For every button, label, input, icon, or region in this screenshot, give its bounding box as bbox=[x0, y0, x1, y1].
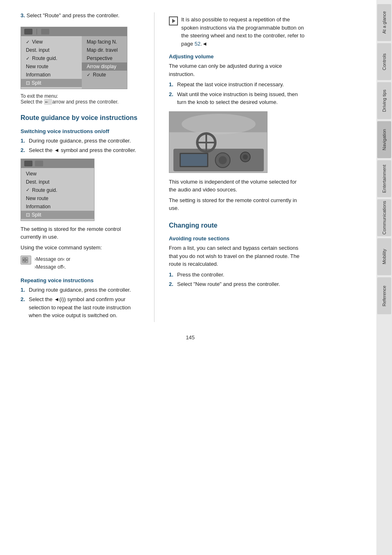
sidebar-tab-label-entertainment: Entertainment bbox=[382, 165, 387, 193]
menu-item-dest: Dest. input bbox=[21, 46, 82, 54]
sidebar-tab-mobility[interactable]: Mobility bbox=[377, 238, 391, 275]
avoiding-route-desc: From a list, you can select and bypass c… bbox=[169, 244, 304, 268]
adj-volume-text: The volume can only be adjusted during a… bbox=[169, 62, 304, 78]
m2-dest: Dest. input bbox=[21, 178, 94, 186]
exit-menu-text: To exit the menu: Select the ← arrow and… bbox=[21, 93, 140, 105]
sidebar-tab-label-mobility: Mobility bbox=[382, 249, 387, 264]
menu-header-mute bbox=[35, 161, 43, 166]
sidebar-right: At a glance Controls Driving tips Naviga… bbox=[376, 0, 392, 555]
voice-icon-svg bbox=[22, 257, 30, 263]
back-arrow-symbol: ← bbox=[44, 99, 52, 105]
m2-information: Information bbox=[21, 203, 94, 211]
svg-rect-3 bbox=[26, 259, 27, 261]
menu-header-2 bbox=[21, 159, 94, 168]
menu-right-1: Map facing N. Map dir. travel Perspectiv… bbox=[82, 36, 127, 89]
menu-right-map-dir: Map dir. travel bbox=[82, 46, 127, 54]
sidebar-tab-entertainment[interactable]: Entertainment bbox=[377, 160, 391, 197]
car-note1: This volume is independent of the volume… bbox=[169, 178, 304, 194]
sidebar-tab-label-at-a-glance: At a glance bbox=[382, 11, 387, 34]
svg-rect-1 bbox=[23, 259, 24, 261]
menu-right-arrow-display: Arrow display bbox=[82, 62, 127, 71]
sub2-steps-list: 1. During route guidance, press the cont… bbox=[21, 286, 140, 320]
sidebar-tab-label-communications: Communications bbox=[382, 201, 387, 235]
play-note-text: It is also possible to request a repetit… bbox=[181, 16, 304, 48]
voice-cmd-box: ›Message on‹ or ›Message off‹. bbox=[21, 256, 140, 271]
sub1-step-2: 2. Select the ◄ symbol and press the con… bbox=[21, 146, 140, 154]
sub2-heading: Repeating voice instructions bbox=[21, 277, 140, 283]
sidebar-tab-navigation[interactable]: Navigation bbox=[377, 121, 391, 158]
step-3-text: Select "Route" and press the controller. bbox=[26, 12, 119, 18]
svg-point-6 bbox=[182, 114, 256, 134]
play-icon-box bbox=[169, 16, 178, 25]
sidebar-tab-label-controls: Controls bbox=[382, 53, 387, 70]
adj-step-2: 2. Wait until the voice instruction is b… bbox=[169, 90, 304, 106]
sub1-step-1: 1. During route guidance, press the cont… bbox=[21, 137, 140, 145]
voice-cmd-icon bbox=[21, 256, 31, 265]
step-3-number: 3. bbox=[21, 12, 25, 18]
adj-steps-list: 1. Repeat the last voice instruction if … bbox=[169, 81, 304, 106]
svg-rect-2 bbox=[25, 258, 25, 262]
changing-route-heading: Changing route bbox=[169, 221, 304, 230]
car-note2: The setting is stored for the remote con… bbox=[169, 196, 304, 212]
sub2-step-1: 1. During route guidance, press the cont… bbox=[21, 286, 140, 294]
menu-header-icon bbox=[24, 29, 32, 35]
sidebar-tab-label-driving-tips: Driving tips bbox=[382, 90, 387, 112]
menu-item-route-guid: Route guid. bbox=[21, 54, 82, 62]
menu-right-route: Route bbox=[82, 71, 127, 79]
sidebar-tab-driving-tips[interactable]: Driving tips bbox=[377, 82, 391, 119]
menu-body-2: View Dest. input Route guid. New route I… bbox=[21, 168, 94, 221]
menu-item-new-route: New route bbox=[21, 62, 82, 71]
m2-view: View bbox=[21, 170, 94, 178]
sidebar-tab-communications[interactable]: Communications bbox=[377, 199, 391, 236]
svg-point-13 bbox=[243, 154, 248, 159]
sidebar-tab-label-navigation: Navigation bbox=[382, 129, 387, 150]
sub1-steps-list: 1. During route guidance, press the cont… bbox=[21, 137, 140, 154]
sub1-heading: Switching voice instructions on/off bbox=[21, 128, 140, 134]
section-voice-heading: Route guidance by voice instructions bbox=[21, 114, 140, 122]
sub2-step-2: 2. Select the ◄(i)) symbol and confirm y… bbox=[21, 295, 140, 320]
menu-item-split: ⊡ Split bbox=[21, 79, 82, 87]
setting-stored-text: The setting is stored for the remote con… bbox=[21, 225, 140, 241]
menu-header-sep bbox=[37, 29, 37, 35]
page-ref: 52 bbox=[195, 41, 201, 47]
sidebar-tab-controls[interactable]: Controls bbox=[377, 43, 391, 80]
car-interior-svg bbox=[169, 112, 267, 173]
play-note-box: It is also possible to request a repetit… bbox=[169, 16, 304, 48]
menu-item-view: View bbox=[21, 38, 82, 46]
changing-route-steps: 1. Press the controller. 2. Select "New … bbox=[169, 271, 304, 288]
menu-mockup-2: View Dest. input Route guid. New route I… bbox=[21, 159, 95, 221]
cr-step-1: 1. Press the controller. bbox=[169, 271, 304, 279]
col-divider bbox=[154, 12, 154, 322]
split-icon-2: ⊡ bbox=[26, 212, 30, 218]
sidebar-tab-label-reference: Reference bbox=[382, 286, 387, 306]
sidebar-tab-reference[interactable]: Reference bbox=[377, 277, 391, 314]
menu-mockup-1: View Dest. input Route guid. New route I… bbox=[21, 27, 127, 89]
split-icon: ⊡ bbox=[26, 80, 30, 86]
svg-point-11 bbox=[219, 156, 227, 164]
adj-step-1: 1. Repeat the last voice instruction if … bbox=[169, 81, 304, 89]
avoiding-route-heading: Avoiding route sections bbox=[169, 235, 304, 242]
menu-right-perspective: Perspective bbox=[82, 54, 127, 62]
car-image bbox=[169, 111, 267, 173]
m2-new-route: New route bbox=[21, 194, 94, 203]
step-3-section: 3. Select "Route" and press the controll… bbox=[21, 12, 140, 18]
voice-cmd-text: ›Message on‹ or ›Message off‹. bbox=[35, 256, 70, 271]
car-image-inner bbox=[169, 112, 267, 173]
adj-volume-heading: Adjusting volume bbox=[169, 53, 304, 60]
cr-step-2: 2. Select "New route" and press the cont… bbox=[169, 280, 304, 288]
menu-item-information: Information bbox=[21, 71, 82, 79]
play-arrow-icon bbox=[172, 19, 175, 23]
menu-header-1 bbox=[21, 27, 127, 36]
menu-right-map-n: Map facing N. bbox=[82, 38, 127, 46]
menu-body-1: View Dest. input Route guid. New route I… bbox=[21, 36, 127, 89]
menu-left-1: View Dest. input Route guid. New route I… bbox=[21, 36, 82, 89]
m2-route-guid: Route guid. bbox=[21, 186, 94, 194]
menu-header-icon2 bbox=[41, 29, 49, 35]
m2-split: ⊡ Split bbox=[21, 211, 94, 219]
menu-header-icon-2 bbox=[24, 161, 32, 166]
svg-rect-9 bbox=[181, 154, 207, 166]
using-voice-text: Using the voice command system: bbox=[21, 244, 140, 252]
page-number: 145 bbox=[21, 334, 360, 341]
sidebar-tab-at-a-glance[interactable]: At a glance bbox=[377, 4, 391, 41]
